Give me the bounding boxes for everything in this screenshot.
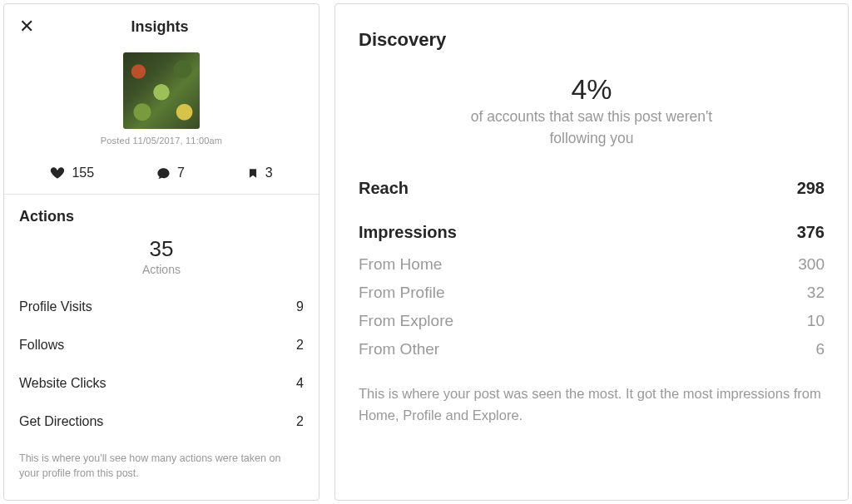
discovery-percent-desc: of accounts that saw this post weren't f… bbox=[450, 106, 733, 149]
metric-get-directions[interactable]: Get Directions 2 bbox=[4, 403, 319, 441]
insights-panel: ✕ Insights Posted 11/05/2017, 11:00am 15… bbox=[3, 3, 320, 501]
discovery-footer-note: This is where your post was seen the mos… bbox=[359, 383, 825, 426]
breakdown-value: 32 bbox=[807, 284, 825, 302]
reach-label: Reach bbox=[359, 179, 409, 198]
breakdown-label: From Other bbox=[359, 340, 439, 358]
discovery-percent-block: 4% of accounts that saw this post weren'… bbox=[359, 74, 825, 149]
breakdown-label: From Home bbox=[359, 255, 442, 274]
actions-section-title: Actions bbox=[4, 195, 319, 232]
breakdown-label: From Explore bbox=[359, 312, 453, 330]
impressions-from-profile: From Profile 32 bbox=[359, 279, 825, 307]
heart-icon bbox=[50, 166, 65, 180]
breakdown-label: From Profile bbox=[359, 284, 444, 302]
breakdown-value: 6 bbox=[815, 340, 825, 358]
likes-count: 155 bbox=[72, 166, 94, 180]
likes-stat[interactable]: 155 bbox=[50, 166, 94, 180]
actions-total: 35 Actions bbox=[4, 232, 319, 288]
comments-stat[interactable]: 7 bbox=[156, 166, 185, 180]
breakdown-value: 300 bbox=[798, 255, 825, 274]
metric-profile-visits[interactable]: Profile Visits 9 bbox=[4, 288, 319, 326]
bookmark-icon bbox=[247, 166, 259, 180]
metric-label: Follows bbox=[19, 338, 64, 353]
comments-count: 7 bbox=[177, 166, 185, 180]
engagement-row: 155 7 3 bbox=[4, 152, 319, 195]
metric-label: Get Directions bbox=[19, 414, 103, 429]
metric-value: 2 bbox=[296, 338, 304, 353]
impressions-from-home: From Home 300 bbox=[359, 250, 825, 279]
metric-value: 4 bbox=[296, 376, 304, 391]
reach-row[interactable]: Reach 298 bbox=[359, 170, 825, 206]
insights-header: ✕ Insights bbox=[4, 4, 319, 47]
impressions-label: Impressions bbox=[359, 223, 457, 242]
post-thumbnail[interactable] bbox=[123, 52, 200, 129]
comment-icon bbox=[156, 166, 171, 180]
actions-total-label: Actions bbox=[4, 263, 319, 276]
actions-footer-note: This is where you'll see how many action… bbox=[4, 441, 319, 496]
impressions-value: 376 bbox=[797, 223, 825, 242]
saves-stat[interactable]: 3 bbox=[247, 166, 273, 180]
metric-website-clicks[interactable]: Website Clicks 4 bbox=[4, 364, 319, 403]
metric-label: Profile Visits bbox=[19, 299, 92, 314]
discovery-percent: 4% bbox=[359, 74, 825, 105]
post-thumbnail-block: Posted 11/05/2017, 11:00am bbox=[4, 47, 319, 152]
metric-value: 9 bbox=[296, 299, 304, 314]
posted-timestamp: Posted 11/05/2017, 11:00am bbox=[101, 136, 222, 146]
actions-total-number: 35 bbox=[4, 237, 319, 261]
discovery-panel: Discovery 4% of accounts that saw this p… bbox=[334, 3, 849, 501]
metric-label: Website Clicks bbox=[19, 376, 106, 391]
impressions-from-other: From Other 6 bbox=[359, 335, 825, 363]
impressions-row[interactable]: Impressions 376 bbox=[359, 215, 825, 250]
metric-follows[interactable]: Follows 2 bbox=[4, 326, 319, 364]
discovery-section-title: Discovery bbox=[359, 29, 825, 51]
page-title: Insights bbox=[16, 18, 304, 36]
impressions-from-explore: From Explore 10 bbox=[359, 307, 825, 335]
saves-count: 3 bbox=[265, 166, 273, 180]
reach-value: 298 bbox=[797, 179, 825, 198]
breakdown-value: 10 bbox=[807, 312, 825, 330]
metric-value: 2 bbox=[296, 414, 304, 429]
